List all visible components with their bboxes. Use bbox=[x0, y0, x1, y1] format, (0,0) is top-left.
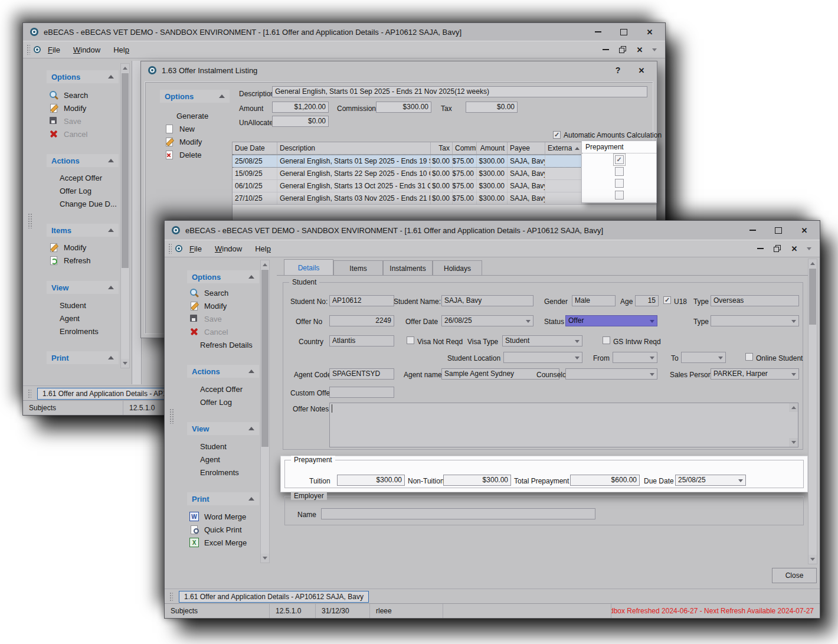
col-header-payee[interactable]: Payee bbox=[508, 142, 545, 154]
mdi-menu-dropdown-icon[interactable] bbox=[652, 48, 657, 51]
sidebar-item-offer-log[interactable]: Offer Log bbox=[200, 396, 232, 408]
scroll-up-icon[interactable] bbox=[789, 403, 798, 412]
mdi-close-icon[interactable]: ✕ bbox=[790, 244, 799, 253]
tuition-field[interactable]: $300.00 bbox=[337, 475, 405, 486]
scroll-up-icon[interactable] bbox=[261, 260, 269, 269]
menu-help[interactable]: Help bbox=[249, 242, 277, 256]
section-header-options[interactable]: Options bbox=[47, 70, 119, 83]
sidebar-item-view-student[interactable]: Student bbox=[200, 440, 227, 452]
sidebar-item-accept-offer[interactable]: Accept Offer bbox=[200, 383, 243, 395]
prepayment-checkbox[interactable]: ✓ bbox=[615, 155, 624, 164]
minimize-icon[interactable] bbox=[593, 27, 603, 37]
sidebar-item-view-student[interactable]: Student bbox=[60, 299, 86, 311]
custom-offer-field[interactable] bbox=[329, 387, 394, 398]
scroll-down-icon[interactable] bbox=[789, 438, 798, 447]
offer-date-combo[interactable]: 26/08/25 bbox=[441, 315, 533, 326]
sidebar-grip[interactable] bbox=[169, 408, 174, 424]
sidebar-scrollbar[interactable] bbox=[260, 260, 270, 563]
section-header-actions[interactable]: Actions bbox=[47, 154, 119, 167]
menu-file[interactable]: File bbox=[42, 43, 66, 57]
sidebar-item-offer-log[interactable]: Offer Log bbox=[60, 185, 91, 197]
titlebar[interactable]: eBECAS - eBECAS VET DEMO - SANDBOX ENVIR… bbox=[23, 23, 665, 41]
employer-name-field[interactable] bbox=[321, 508, 595, 519]
titlebar[interactable]: eBECAS - eBECAS VET DEMO - SANDBOX ENVIR… bbox=[165, 221, 820, 240]
unallocated-field[interactable]: $0.00 bbox=[272, 116, 329, 127]
sidebar-item-excel-merge[interactable]: XExcel Merge bbox=[189, 537, 247, 548]
close-button[interactable]: Close bbox=[772, 568, 817, 583]
u18-checkbox[interactable]: ✓ bbox=[663, 296, 671, 304]
online-student-checkbox[interactable] bbox=[745, 353, 753, 361]
sidebar-item-view-enrolments[interactable]: Enrolments bbox=[200, 466, 239, 478]
menubar-grip[interactable] bbox=[27, 44, 30, 55]
mdi-restore-icon[interactable] bbox=[772, 244, 782, 253]
toolbar-item-modify[interactable]: Modify bbox=[165, 136, 202, 148]
student-no-field[interactable]: AP10612 bbox=[329, 295, 394, 306]
scroll-up-icon[interactable] bbox=[808, 259, 817, 268]
scroll-up-icon[interactable] bbox=[121, 64, 129, 73]
student-location-combo[interactable] bbox=[503, 352, 582, 363]
mdi-minimize-icon[interactable] bbox=[601, 45, 610, 54]
type-field[interactable]: Overseas bbox=[711, 295, 799, 306]
total-prepayment-field[interactable]: $600.00 bbox=[570, 475, 640, 486]
help-icon[interactable]: ? bbox=[613, 66, 623, 75]
auto-amounts-checkbox[interactable]: ✓ bbox=[553, 131, 561, 139]
scroll-down-icon[interactable] bbox=[808, 555, 817, 564]
sales-person-combo[interactable]: PARKER, Harper bbox=[711, 368, 799, 380]
visa-not-reqd-checkbox[interactable] bbox=[407, 336, 414, 344]
sidebar-item-search[interactable]: Search bbox=[189, 287, 228, 299]
scrollbar-thumb[interactable] bbox=[122, 73, 129, 268]
collapse-icon[interactable] bbox=[108, 75, 114, 79]
window-tab[interactable]: 1.61 Offer and Application Details - AP1… bbox=[179, 591, 369, 603]
sidebar-item-modify[interactable]: Modify bbox=[49, 102, 86, 114]
titlebar[interactable]: 1.63 Offer Instalment Listing ? ✕ bbox=[141, 61, 657, 79]
collapse-icon[interactable] bbox=[248, 497, 254, 501]
section-header-actions[interactable]: Actions bbox=[187, 365, 259, 378]
description-field[interactable]: General English, Starts 01 Sep 2025 - En… bbox=[272, 86, 647, 97]
tax-field[interactable]: $0.00 bbox=[466, 102, 518, 113]
mdi-minimize-icon[interactable] bbox=[755, 244, 765, 253]
window-tab[interactable]: 1.61 Offer and Application Details - AP1… bbox=[37, 388, 174, 400]
non-tuition-field[interactable]: $300.00 bbox=[443, 475, 511, 486]
tab-holidays[interactable]: Holidays bbox=[433, 260, 482, 276]
mdi-close-icon[interactable]: ✕ bbox=[635, 45, 644, 54]
scrollbar-thumb[interactable] bbox=[809, 269, 816, 325]
menu-help[interactable]: Help bbox=[107, 43, 135, 57]
sidebar-grip[interactable] bbox=[28, 213, 32, 228]
menu-file[interactable]: File bbox=[184, 242, 208, 256]
col-header-due-date[interactable]: Due Date bbox=[233, 142, 277, 154]
mdi-restore-icon[interactable] bbox=[618, 45, 627, 54]
toolbar-item-new[interactable]: New bbox=[165, 123, 195, 135]
menubar-grip[interactable] bbox=[168, 243, 172, 254]
status-combo[interactable]: Offer bbox=[565, 315, 657, 326]
sidebar-item-refresh-details[interactable]: Refresh Details bbox=[200, 339, 253, 351]
section-header-view[interactable]: View bbox=[187, 422, 259, 435]
toolbar-item-generate[interactable]: Generate bbox=[176, 110, 208, 122]
mdi-menu-dropdown-icon[interactable] bbox=[807, 247, 811, 250]
sidebar-scrollbar[interactable] bbox=[120, 63, 130, 368]
maximize-icon[interactable] bbox=[774, 225, 783, 235]
to-combo[interactable] bbox=[681, 352, 726, 363]
sidebar-item-quick-print[interactable]: Quick Print bbox=[189, 524, 242, 535]
collapse-icon[interactable] bbox=[248, 427, 254, 430]
offer-notes-textarea[interactable] bbox=[329, 403, 798, 447]
prepayment-column-header[interactable]: Prepayment bbox=[582, 141, 656, 153]
offer-no-field[interactable]: 2249 bbox=[329, 315, 394, 326]
tab-instalments[interactable]: Instalments bbox=[383, 260, 433, 276]
section-header-print[interactable]: Print bbox=[47, 351, 119, 364]
col-header-commission[interactable]: Commissi bbox=[453, 142, 477, 154]
tabbar-grip[interactable] bbox=[169, 592, 173, 601]
commission-field[interactable]: $300.00 bbox=[376, 102, 431, 113]
close-icon[interactable]: ✕ bbox=[637, 66, 646, 75]
visa-type-combo[interactable]: Student bbox=[502, 335, 582, 346]
sidebar-item-view-enrolments[interactable]: Enrolments bbox=[60, 325, 99, 337]
toolbar-item-delete[interactable]: Delete bbox=[165, 149, 202, 161]
prepayment-due-date-combo[interactable]: 25/08/25 bbox=[675, 475, 746, 486]
prepayment-checkbox[interactable] bbox=[615, 167, 624, 176]
col-header-external[interactable]: Externa bbox=[545, 142, 582, 154]
tab-items[interactable]: Items bbox=[333, 260, 383, 276]
type2-combo[interactable] bbox=[711, 315, 799, 326]
menu-window[interactable]: Window bbox=[209, 242, 248, 256]
agent-code-field[interactable]: SPAGENTSYD bbox=[329, 368, 394, 380]
sidebar-item-accept-offer[interactable]: Accept Offer bbox=[60, 172, 102, 184]
collapse-icon[interactable] bbox=[108, 159, 114, 162]
